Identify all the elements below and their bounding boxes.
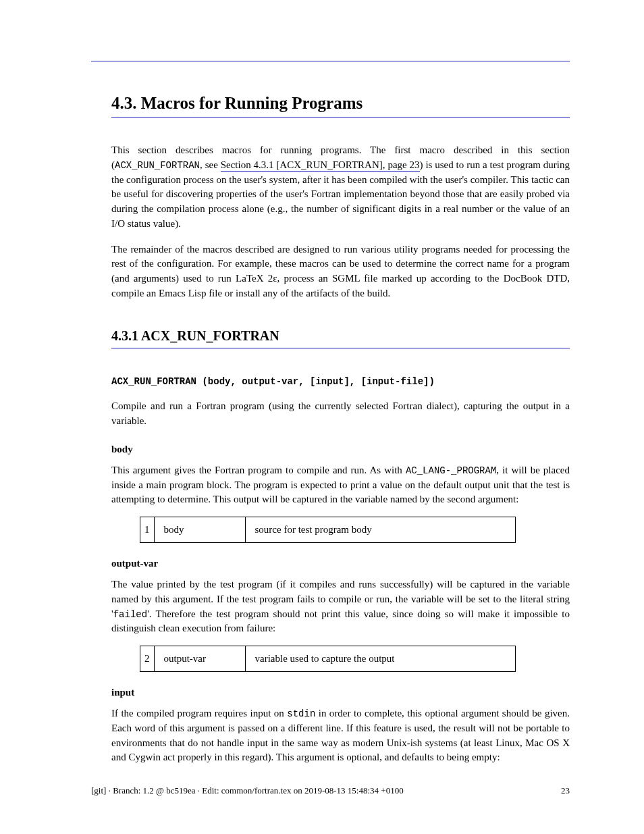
subsection-rule (111, 348, 570, 348)
section-rule (111, 117, 570, 118)
intro-text-2: , see (200, 159, 221, 170)
param-desc-output: The value printed by the test program (i… (111, 577, 570, 636)
param-output-var: output-var The value printed by the test… (111, 558, 570, 672)
table-arg: output-var (154, 646, 245, 672)
table-row-num: 2 (140, 646, 155, 672)
param-table-body: 1 body source for test program body (140, 517, 516, 543)
table-def: variable used to capture the output (245, 646, 515, 672)
param-input: input If the compiled program requires i… (111, 687, 570, 765)
xref-link[interactable]: Section 4.3.1 [ACX_RUN_FORTRAN], page 23 (221, 159, 420, 172)
section-intro: This section describes macros for runnin… (111, 143, 570, 301)
footer-page-number: 23 (561, 785, 570, 796)
macro-desc: Compile and run a Fortran program (using… (111, 399, 570, 429)
param-desc-body: This argument gives the Fortran program … (111, 463, 570, 507)
intro-code: ACX_RUN_FORTRAN (115, 160, 200, 171)
macro-signature: ACX_RUN_FORTRAN (body, output-var, [inpu… (111, 374, 570, 429)
page-footer: [git] · Branch: 1.2 @ bc519ea · Edit: co… (91, 785, 570, 796)
table-def: source for test program body (245, 517, 515, 543)
param-name-body: body (111, 444, 570, 455)
param-name-input: input (111, 687, 570, 698)
param-desc-input: If the compiled program requires input o… (111, 706, 570, 765)
section-heading: 4.3. Macros for Running Programs (111, 94, 570, 113)
intro-para-2: The remainder of the macros described ar… (111, 242, 570, 301)
param-body: body This argument gives the Fortran pro… (111, 444, 570, 543)
param-table-output: 2 output-var variable used to capture th… (140, 646, 516, 672)
table-row-num: 1 (140, 517, 155, 543)
header-rule (91, 61, 570, 61)
param-name-output: output-var (111, 558, 570, 569)
subsection-heading: 4.3.1 ACX_RUN_FORTRAN (111, 328, 570, 344)
user-compiler-text: user's compiler (445, 174, 506, 185)
footer-left: [git] · Branch: 1.2 @ bc519ea · Edit: co… (91, 785, 404, 796)
table-arg: body (154, 517, 245, 543)
